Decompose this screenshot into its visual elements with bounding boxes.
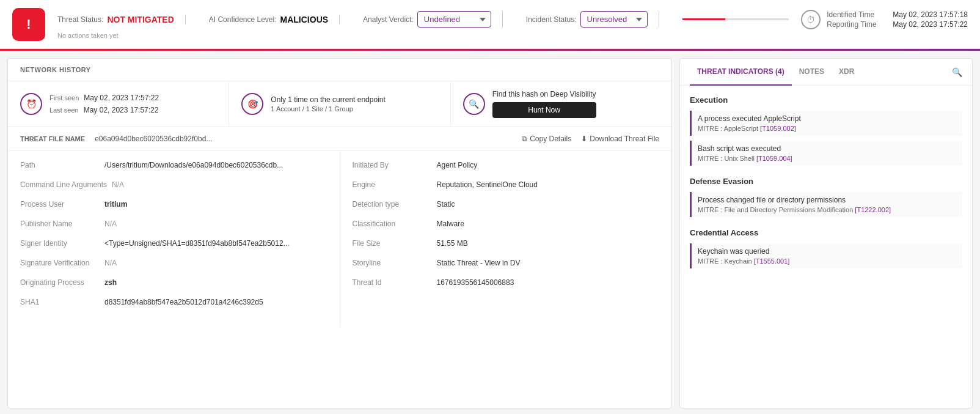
time-block: ⏱ Identified Time May 02, 2023 17:57:18 … — [801, 10, 968, 29]
detail-value: 1676193556145006883 — [437, 278, 514, 287]
copy-icon: ⧉ — [522, 135, 527, 143]
target-stat-icon: 🎯 — [241, 93, 263, 115]
indicator-item-title: Bash script was executed — [698, 144, 956, 153]
mitre-link[interactable]: [T1555.001] — [754, 257, 790, 265]
download-icon: ⬇ — [581, 135, 587, 143]
indicator-item-title: A process executed AppleScript — [698, 114, 956, 123]
detail-key: Command Line Arguments — [20, 180, 107, 189]
indicator-item-mitre: MITRE : Keychain [T1555.001] — [698, 257, 956, 265]
details-left-col: Path/Users/tritium/Downloads/e06a094d0be… — [8, 151, 340, 327]
incident-status-section: Incident Status: Unresolved In Progress … — [526, 11, 659, 28]
detail-key: Originating Process — [20, 278, 100, 287]
tab-search-icon[interactable]: 🔍 — [952, 59, 962, 85]
indicator-item-mitre: MITRE : AppleScript [T1059.002] — [698, 125, 956, 132]
threat-status-label: Threat Status: — [57, 15, 103, 24]
indicator-item-mitre: MITRE : File and Directory Permissions M… — [698, 206, 956, 213]
tab-threat-indicators[interactable]: THREAT INDICATORS (4) — [690, 59, 792, 86]
threat-file-actions: ⧉ Copy Details ⬇ Download Threat File — [522, 135, 659, 143]
threat-indicators-content: ExecutionA process executed AppleScriptM… — [680, 86, 972, 408]
deep-visibility-text-block: Find this hash on Deep Visibility Hunt N… — [492, 90, 596, 118]
detail-row: Originating Processzsh — [20, 278, 327, 287]
clock-stat-icon: ⏰ — [20, 93, 42, 115]
occurrence-text-block: Only 1 time on the current endpoint 1 Ac… — [271, 95, 385, 113]
time-rows: Identified Time May 02, 2023 17:57:18 Re… — [827, 10, 968, 29]
incident-status-dropdown[interactable]: Unresolved In Progress Resolved — [580, 11, 648, 28]
analyst-verdict-section: Analyst Verdict: Undefined True Positive… — [363, 11, 503, 28]
reporting-time-row: Reporting Time May 02, 2023 17:57:22 — [827, 20, 968, 29]
no-actions-text: No actions taken yet — [57, 32, 968, 39]
detail-value: d8351fd94ab8bf547ea2b5012d701a4246c392d5 — [104, 298, 263, 306]
analyst-verdict-label: Analyst Verdict: — [363, 15, 414, 24]
detail-value: zsh — [104, 278, 117, 287]
indicator-category-title: Defense Evasion — [690, 177, 962, 186]
detail-row: Signer Identity<Type=Unsigned/SHA1=d8351… — [20, 239, 327, 248]
details-grid: Path/Users/tritium/Downloads/e06a094d0be… — [8, 151, 671, 327]
occurrence-sub: 1 Account / 1 Site / 1 Group — [271, 105, 385, 113]
indicator-category-title: Execution — [690, 95, 962, 105]
network-history-content: ⏰ First seen May 02, 2023 17:57:22 Last … — [8, 81, 671, 127]
detail-value: Malware — [437, 220, 464, 228]
threat-file-name: e06a094d0bec6020536cdb92f0bd... — [95, 135, 512, 143]
indicator-category: Defense EvasionProcess changed file or d… — [690, 177, 962, 217]
threat-icon: ! — [12, 8, 45, 41]
detail-row: EngineReputation, SentinelOne Cloud — [353, 180, 660, 189]
copy-details-button[interactable]: ⧉ Copy Details — [522, 135, 571, 143]
first-last-seen-stat: ⏰ First seen May 02, 2023 17:57:22 Last … — [8, 81, 229, 127]
detail-key: Detection type — [353, 200, 432, 209]
detail-value: N/A — [104, 220, 117, 228]
copy-details-label: Copy Details — [530, 135, 571, 143]
ai-confidence-value: MALICIOUS — [280, 15, 329, 24]
detail-value: N/A — [112, 180, 124, 189]
detail-row: StorylineStatic Threat - View in DV — [353, 259, 660, 267]
ai-confidence-section: AI Confidence Level: MALICIOUS — [209, 15, 340, 24]
tab-xdr[interactable]: XDR — [832, 59, 861, 86]
occurrence-stat: 🎯 Only 1 time on the current endpoint 1 … — [229, 81, 450, 127]
detail-key: Storyline — [353, 259, 432, 267]
identified-time-value: May 02, 2023 17:57:18 — [893, 10, 968, 19]
incident-status-label: Incident Status: — [526, 15, 577, 24]
mitre-link[interactable]: [T1222.002] — [855, 206, 891, 213]
identified-time-label: Identified Time — [827, 10, 888, 19]
progress-bar — [682, 18, 789, 20]
download-threat-label: Download Threat File — [590, 135, 659, 143]
tab-notes[interactable]: NOTES — [792, 59, 832, 86]
detail-row: Publisher NameN/A — [20, 220, 327, 228]
mitre-link[interactable]: [T1059.002] — [760, 125, 796, 132]
indicator-category: Credential AccessKeychain was queriedMIT… — [690, 228, 962, 268]
detail-row: Process Usertritium — [20, 200, 327, 209]
first-seen-label: First seen — [49, 94, 79, 102]
detail-row: SHA1d8351fd94ab8bf547ea2b5012d701a4246c3… — [20, 298, 327, 306]
indicator-item: Keychain was queriedMITRE : Keychain [T1… — [690, 243, 962, 268]
analyst-verdict-dropdown[interactable]: Undefined True Positive False Positive S… — [417, 11, 491, 28]
detail-key: SHA1 — [20, 298, 100, 306]
tabs-header: THREAT INDICATORS (4) NOTES XDR 🔍 — [680, 59, 972, 86]
indicator-item: Bash script was executedMITRE : Unix She… — [690, 141, 962, 166]
hunt-now-button[interactable]: Hunt Now — [492, 102, 596, 118]
detail-value: Agent Policy — [437, 161, 478, 169]
ai-confidence-label: AI Confidence Level: — [209, 15, 277, 24]
identified-time-row: Identified Time May 02, 2023 17:57:18 — [827, 10, 968, 19]
detail-row: File Size51.55 MB — [353, 239, 660, 248]
detail-key: Publisher Name — [20, 220, 100, 228]
detail-row: Detection typeStatic — [353, 200, 660, 209]
reporting-time-label: Reporting Time — [827, 20, 888, 29]
detail-value: Static — [437, 200, 455, 209]
last-seen-label: Last seen — [49, 106, 79, 114]
first-last-seen-text: First seen May 02, 2023 17:57:22 Last se… — [49, 94, 159, 114]
detail-row: Command Line ArgumentsN/A — [20, 180, 327, 189]
detail-key: Path — [20, 161, 100, 169]
header-bar: ! Threat Status: NOT MITIGATED AI Confid… — [0, 0, 980, 49]
detail-key: Engine — [353, 180, 432, 189]
download-threat-button[interactable]: ⬇ Download Threat File — [581, 135, 659, 143]
network-history-header: NETWORK HISTORY — [8, 59, 671, 81]
left-panel: NETWORK HISTORY ⏰ First seen May 02, 202… — [7, 58, 672, 408]
indicator-category: ExecutionA process executed AppleScriptM… — [690, 95, 962, 166]
detail-row: Signature VerificationN/A — [20, 259, 327, 267]
right-panel: THREAT INDICATORS (4) NOTES XDR 🔍 Execut… — [679, 58, 973, 408]
indicator-category-title: Credential Access — [690, 228, 962, 237]
detail-key: Initiated By — [353, 161, 432, 169]
detail-value: <Type=Unsigned/SHA1=d8351fd94ab8bf547ea2… — [104, 239, 290, 248]
mitre-link[interactable]: [T1059.004] — [756, 155, 792, 162]
indicator-item-mitre: MITRE : Unix Shell [T1059.004] — [698, 155, 956, 162]
indicator-item-title: Keychain was queried — [698, 247, 956, 256]
